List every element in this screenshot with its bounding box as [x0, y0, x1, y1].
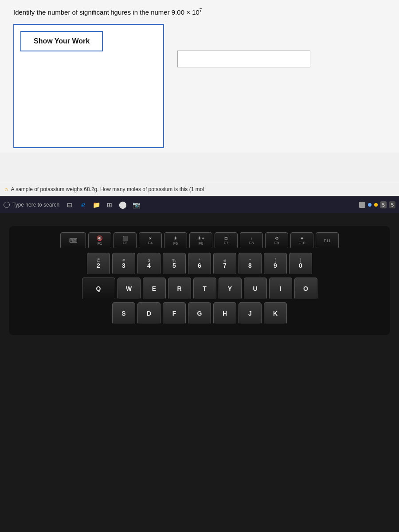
key-9[interactable]: ( 9	[264, 253, 287, 275]
key-f10[interactable]: F11	[316, 232, 339, 249]
question-body: Identify the number of significant figur…	[13, 8, 200, 16]
tray-number: 5	[380, 201, 387, 208]
key-u[interactable]: U	[244, 278, 267, 300]
tray-number-2: 5	[389, 201, 395, 208]
taskbar-icon-chrome[interactable]: ⬤	[118, 200, 128, 210]
mid-key-row: S D F G H J K	[13, 302, 386, 325]
key-d[interactable]: D	[137, 302, 160, 325]
key-k[interactable]: K	[264, 302, 287, 325]
question-area: Identify the number of significant figur…	[0, 0, 399, 153]
key-g[interactable]: G	[188, 302, 211, 325]
taskbar-icons: ⊟ ℯ 📁 ⊞ ⬤ 📷	[65, 200, 141, 210]
key-0[interactable]: ) 0	[289, 253, 312, 275]
taskbar-icon-windows-store[interactable]: ⊞	[105, 200, 114, 210]
key-2[interactable]: @ 2	[87, 253, 110, 275]
keyboard-area: ⌨ 🔇 F1 ⬛ F2 ✕ F4 ☀ F5 ☀+ F6	[0, 213, 399, 523]
search-circle-icon	[4, 202, 10, 208]
fn-row: ⌨ 🔇 F1 ⬛ F2 ✕ F4 ☀ F5 ☀+ F6	[13, 232, 386, 249]
taskbar-icon-task-view[interactable]: ⊟	[65, 200, 74, 210]
key-7[interactable]: & 7	[213, 253, 236, 275]
tray-dot-blue	[368, 203, 372, 207]
key-f7[interactable]: ↑ F8	[240, 232, 263, 249]
key-f9[interactable]: ✴ F10	[290, 232, 313, 249]
key-4[interactable]: $ 4	[137, 253, 160, 275]
tray-network-icon	[359, 202, 365, 208]
next-question-text: A sample of potassium weighs 68.2g. How …	[11, 186, 204, 192]
key-r[interactable]: R	[168, 278, 191, 300]
content-row: Show Your Work	[13, 24, 386, 148]
keyboard: ⌨ 🔇 F1 ⬛ F2 ✕ F4 ☀ F5 ☀+ F6	[9, 226, 390, 335]
key-q[interactable]: Q	[82, 278, 115, 300]
answer-input[interactable]	[177, 51, 310, 67]
left-panel: Show Your Work	[13, 24, 164, 148]
right-panel	[164, 24, 386, 148]
key-w[interactable]: W	[117, 278, 141, 300]
taskbar-right: 5 5	[359, 201, 395, 208]
key-i[interactable]: I	[269, 278, 292, 300]
key-5[interactable]: % 5	[163, 253, 186, 275]
key-f3[interactable]: ✕ F4	[139, 232, 162, 249]
key-6[interactable]: ^ 6	[188, 253, 211, 275]
question-text: Identify the number of significant figur…	[13, 8, 386, 16]
search-placeholder-text: Type here to search	[12, 202, 59, 208]
key-f2[interactable]: ⬛ F2	[113, 232, 137, 249]
key-o[interactable]: O	[294, 278, 317, 300]
tray-dot-yellow	[374, 203, 378, 207]
key-3[interactable]: # 3	[112, 253, 135, 275]
next-question-bar: ○ A sample of potassium weighs 68.2g. Ho…	[0, 182, 399, 196]
key-f1[interactable]: 🔇 F1	[88, 232, 111, 249]
taskbar-icon-folder[interactable]: 📁	[91, 200, 101, 210]
top-key-row: Q W E R T Y U I O	[13, 278, 386, 300]
key-f8[interactable]: ⚙ F9	[265, 232, 288, 249]
taskbar-search[interactable]: Type here to search	[4, 202, 59, 208]
taskbar: Type here to search ⊟ ℯ 📁 ⊞ ⬤ 📷 5 5	[0, 196, 399, 213]
next-q-icon: ○	[4, 186, 8, 193]
key-j[interactable]: J	[239, 302, 262, 325]
key-special-left[interactable]: ⌨	[60, 232, 86, 249]
key-f[interactable]: F	[163, 302, 186, 325]
question-superscript: 7	[200, 8, 202, 13]
taskbar-icon-edge[interactable]: ℯ	[78, 200, 88, 210]
key-8[interactable]: * 8	[239, 253, 262, 275]
key-h[interactable]: H	[213, 302, 236, 325]
key-f4[interactable]: ☀ F5	[164, 232, 187, 249]
key-y[interactable]: Y	[219, 278, 242, 300]
screen-area: Identify the number of significant figur…	[0, 0, 399, 213]
taskbar-icon-camera[interactable]: 📷	[131, 200, 141, 210]
key-t[interactable]: T	[193, 278, 216, 300]
key-e[interactable]: E	[143, 278, 166, 300]
key-s[interactable]: S	[112, 302, 135, 325]
key-f6[interactable]: ⊡ F7	[215, 232, 238, 249]
key-f5[interactable]: ☀+ F6	[189, 232, 212, 249]
show-your-work-button[interactable]: Show Your Work	[20, 31, 103, 51]
number-row: @ 2 # 3 $ 4 % 5 ^ 6 & 7	[13, 253, 386, 275]
